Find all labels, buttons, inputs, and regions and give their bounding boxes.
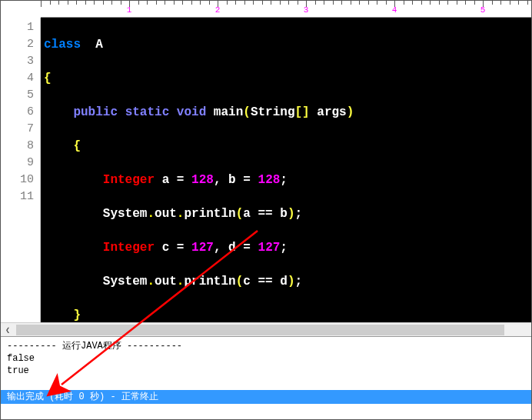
comma: , [214,241,221,255]
status-bar: 输出完成 (耗时 0 秒) - 正常终止 [1,390,531,404]
ruler-label: 2 [215,5,221,15]
paren-open: ( [236,275,244,288]
semicolon: ; [280,173,288,187]
obj-system: System [103,207,148,221]
line-number: 2 [1,36,34,53]
var-b: b [280,207,288,221]
keyword-public: public [73,105,118,119]
semicolon: ; [280,241,288,255]
type-integer: Integer [103,173,155,187]
ruler: 12345 [41,1,531,18]
op-assign: = [243,241,251,255]
op-assign: = [243,173,251,187]
paren-close: ) [288,207,295,221]
output-header: --------- 运行JAVA程序 ---------- [7,341,182,352]
line-number: 10 [1,172,34,188]
var-a: a [162,173,170,187]
code-area[interactable]: class A { public static void main(String… [41,18,531,322]
horizontal-scrollbar[interactable]: ❮ [1,322,531,336]
literal-128: 128 [258,173,281,187]
dot: . [177,275,185,288]
bracket-close: ] [302,105,310,119]
dot: . [177,207,185,221]
line-number: 6 [1,104,34,121]
keyword-static: static [125,105,170,119]
literal-127: 127 [191,241,214,255]
ruler-label: 1 [127,5,132,15]
type-integer: Integer [103,241,155,255]
var-d: d [280,275,288,288]
semicolon: ; [295,275,303,288]
brace-open: { [44,72,52,85]
literal-127: 127 [258,241,281,255]
ruler-label: 4 [392,5,397,15]
op-eq: == [258,275,273,288]
op-assign: = [177,241,185,255]
scroll-track[interactable] [16,324,531,336]
var-a: a [243,207,251,221]
method-println: println [184,275,235,288]
paren-open: ( [236,207,244,221]
var-c: c [162,241,170,255]
paren-close: ) [288,275,295,288]
output-line: true [7,365,29,376]
ruler-label: 3 [304,5,309,15]
line-number: 3 [1,53,34,70]
op-assign: = [177,173,185,187]
status-text: 输出完成 (耗时 0 秒) - 正常终止 [7,392,158,402]
obj-system: System [103,275,148,288]
output-line: false [7,353,35,364]
dot: . [147,207,155,221]
method-println: println [184,207,235,221]
line-number: 5 [1,87,34,104]
line-number-gutter: 1234567891011 [1,18,41,322]
brace-open: { [73,139,81,153]
line-number: 7 [1,121,34,138]
var-d: d [228,241,236,255]
var-c: c [243,275,251,288]
obj-out: out [155,207,177,221]
scroll-left-icon[interactable]: ❮ [1,324,15,336]
line-number: 11 [1,188,34,205]
dot: . [147,275,155,288]
obj-out: out [155,275,177,288]
line-number: 4 [1,70,34,87]
keyword-class: class [44,38,81,52]
type-string: String [251,105,295,119]
line-number: 1 [1,19,34,36]
brace-close: } [73,308,81,322]
param-args: args [317,105,346,119]
paren-open: ( [243,105,251,119]
paren-close: ) [347,105,354,119]
var-b: b [228,173,236,187]
bracket-open: [ [294,105,302,119]
output-panel[interactable]: --------- 运行JAVA程序 ---------- false true [1,336,531,390]
editor: 1234567891011 class A { public static vo… [1,18,531,322]
line-number: 9 [1,155,34,172]
line-number: 8 [1,138,34,155]
method-name: main [214,105,243,119]
op-eq: == [258,207,273,221]
keyword-void: void [177,105,206,119]
literal-128: 128 [191,173,214,187]
comma: , [214,173,221,187]
class-name: A [95,38,103,52]
ruler-label: 5 [480,5,486,15]
scroll-thumb[interactable] [16,325,504,335]
semicolon: ; [295,207,303,221]
